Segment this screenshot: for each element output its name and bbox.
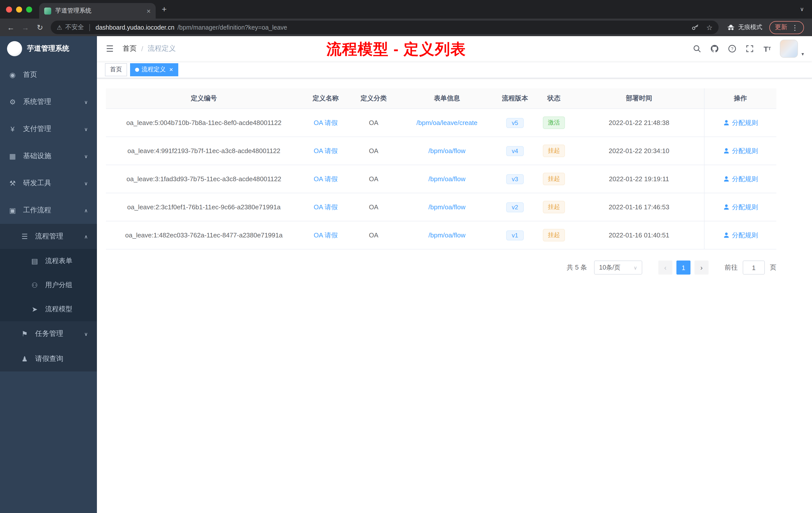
- form-link[interactable]: /bpm/oa/flow: [428, 203, 465, 211]
- incognito-badge: 无痕模式: [723, 23, 766, 32]
- password-key-icon[interactable]: [692, 24, 699, 31]
- cell-deploy-time: 2022-01-16 01:40:51: [574, 221, 704, 249]
- sidebar-item-user-group[interactable]: ⚇用户分组: [0, 273, 97, 297]
- status-badge: 挂起: [543, 201, 565, 213]
- cell-status: 挂起: [534, 137, 574, 164]
- sidebar-item-label: 任务管理: [35, 329, 78, 338]
- sidebar-item-workflow[interactable]: ▣工作流程∧: [0, 197, 97, 224]
- sidebar-item-task-manage[interactable]: ⚑任务管理∨: [0, 321, 97, 346]
- new-tab-button[interactable]: +: [156, 4, 173, 14]
- form-link[interactable]: /bpm/oa/flow: [428, 147, 465, 155]
- help-icon[interactable]: ?: [727, 44, 737, 54]
- version-badge: v3: [506, 174, 523, 184]
- sidebar-menu: ◉首页⚙系统管理∨¥支付管理∨▦基础设施∨⚒研发工具∨▣工作流程∧☰流程管理∧▤…: [0, 61, 97, 513]
- breadcrumb-current: 流程定义: [148, 44, 176, 53]
- pager-buttons: ‹ 1 ›: [658, 261, 708, 275]
- tag-1[interactable]: 流程定义×: [130, 63, 178, 76]
- tag-0[interactable]: 首页: [105, 63, 127, 76]
- cell-form-info: /bpm/oa/flow: [398, 165, 496, 193]
- cell-definition-name: OA 请假: [302, 193, 349, 221]
- window-controls: [0, 0, 36, 19]
- window-close-button[interactable]: [6, 6, 12, 12]
- page-number-button[interactable]: 1: [676, 261, 691, 275]
- back-button[interactable]: ←: [4, 23, 18, 32]
- bookmark-star-icon[interactable]: ☆: [706, 23, 713, 31]
- sidebar-toggle-icon[interactable]: ☰: [100, 43, 120, 54]
- tab-search-chevron-icon[interactable]: ∨: [792, 6, 812, 12]
- cell-category: OA: [349, 137, 398, 164]
- assign-rule-link[interactable]: 分配规则: [723, 118, 758, 127]
- sidebar-item-process-model[interactable]: ➤流程模型: [0, 297, 97, 321]
- sidebar-item-system[interactable]: ⚙系统管理∨: [0, 88, 97, 116]
- sidebar-item-payment[interactable]: ¥支付管理∨: [0, 116, 97, 143]
- page-size-select[interactable]: 10条/页 ∨: [594, 261, 642, 275]
- definition-name-link[interactable]: OA 请假: [314, 118, 338, 127]
- goto-label: 前往: [725, 263, 738, 272]
- update-label: 更新: [775, 23, 787, 32]
- browser-tab[interactable]: 芋道管理系统 ×: [39, 3, 156, 19]
- next-page-button[interactable]: ›: [695, 261, 708, 275]
- goto-page-input[interactable]: [743, 261, 765, 275]
- breadcrumb-home[interactable]: 首页: [123, 44, 137, 53]
- tools-icon: ⚒: [8, 179, 17, 187]
- app-title: 芋道管理系统: [27, 44, 69, 53]
- chevron-down-icon: ∨: [84, 126, 88, 132]
- form-link[interactable]: /bpm/oa/leave/create: [416, 119, 477, 126]
- sidebar-item-leave-query[interactable]: ♟请假查询: [0, 346, 97, 371]
- address-bar[interactable]: ⚠ 不安全 dashboard.yudao.iocoder.cn/bpm/man…: [51, 21, 719, 34]
- definition-name-link[interactable]: OA 请假: [314, 175, 338, 183]
- chevron-down-icon: ∨: [84, 331, 88, 337]
- cell-definition-name: OA 请假: [302, 109, 349, 137]
- user-group-icon: ⚇: [30, 281, 39, 289]
- sidebar-item-process-manage[interactable]: ☰流程管理∧: [0, 224, 97, 249]
- sidebar-item-devtools[interactable]: ⚒研发工具∨: [0, 170, 97, 197]
- sidebar-item-home[interactable]: ◉首页: [0, 61, 97, 88]
- cell-form-info: /bpm/oa/flow: [398, 221, 496, 249]
- avatar[interactable]: [780, 40, 798, 58]
- version-badge: v1: [506, 230, 523, 240]
- sidebar-item-infrastructure[interactable]: ▦基础设施∨: [0, 143, 97, 170]
- reload-button[interactable]: ↻: [33, 23, 47, 32]
- window-minimize-button[interactable]: [16, 6, 22, 12]
- sidebar-item-label: 首页: [23, 70, 89, 79]
- sidebar-item-label: 系统管理: [23, 97, 78, 107]
- tag-label: 流程定义: [142, 65, 166, 74]
- assign-rule-link[interactable]: 分配规则: [723, 203, 758, 212]
- browser-menu-icon[interactable]: ⋮: [791, 23, 799, 31]
- logo-image: [7, 41, 22, 56]
- definition-name-link[interactable]: OA 请假: [314, 203, 338, 212]
- column-header: 操作: [704, 88, 776, 109]
- workflow-icon: ▣: [8, 206, 17, 214]
- tag-close-icon[interactable]: ×: [169, 66, 173, 73]
- assign-rule-link[interactable]: 分配规则: [723, 146, 758, 155]
- column-header: 部署时间: [574, 88, 704, 109]
- app-logo: 芋道管理系统: [0, 36, 97, 61]
- security-warning-icon: ⚠: [57, 24, 62, 31]
- cell-status: 激活: [534, 109, 574, 137]
- tab-close-icon[interactable]: ×: [147, 7, 151, 15]
- table-row: oa_leave:1:482ec033-762a-11ec-8477-a2380…: [106, 221, 776, 249]
- search-icon[interactable]: [692, 44, 702, 54]
- column-header: 表单信息: [398, 88, 496, 109]
- update-button[interactable]: 更新 ⋮: [769, 21, 804, 34]
- svg-text:?: ?: [731, 47, 733, 51]
- avatar-caret-icon[interactable]: ▾: [802, 51, 804, 57]
- user-icon: [723, 148, 729, 154]
- definition-name-link[interactable]: OA 请假: [314, 146, 338, 155]
- prev-page-button[interactable]: ‹: [658, 261, 672, 275]
- cell-version: v5: [496, 109, 534, 137]
- sidebar-item-process-form[interactable]: ▤流程表单: [0, 249, 97, 273]
- cell-actions: 分配规则: [704, 109, 776, 137]
- font-size-icon[interactable]: TT: [762, 44, 772, 54]
- assign-rule-link[interactable]: 分配规则: [723, 175, 758, 183]
- assign-rule-link[interactable]: 分配规则: [723, 231, 758, 240]
- form-link[interactable]: /bpm/oa/flow: [428, 175, 465, 183]
- forward-button[interactable]: →: [19, 23, 32, 32]
- definition-name-link[interactable]: OA 请假: [314, 231, 338, 240]
- window-zoom-button[interactable]: [26, 6, 32, 12]
- github-icon[interactable]: [709, 44, 720, 54]
- cell-version: v3: [496, 165, 534, 193]
- form-link[interactable]: /bpm/oa/flow: [428, 232, 465, 239]
- security-label[interactable]: 不安全: [65, 23, 84, 32]
- fullscreen-icon[interactable]: [745, 44, 755, 54]
